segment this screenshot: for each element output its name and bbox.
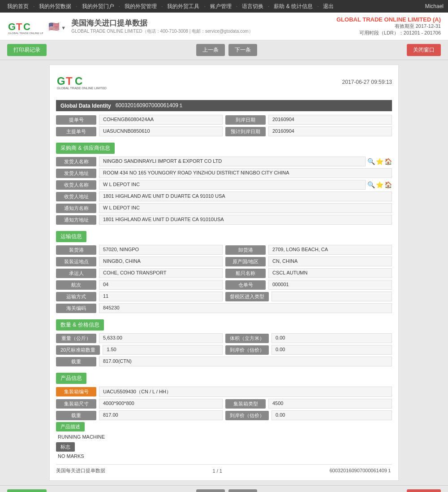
nav-data[interactable]: 我的外贸数据 [36, 3, 74, 10]
bottom-toolbar: 打印易记录 上一条 下一条 关闭窗口 [0, 485, 448, 492]
container20-row: 20尺标准箱数量 1.50 到岸价（估价） 0.00 [56, 345, 392, 355]
loading-place-row: 装装运地点 NINGBO, CHINA 原产国/地区 CN, CHINA [56, 257, 392, 266]
svg-text:C: C [75, 75, 82, 87]
sender-icons: 🔍 ⭐ 🏠 [366, 158, 392, 165]
page-subtitle: GLOBAL TRADE ONLINE LIMITED（电话：400-710-3… [71, 28, 253, 35]
receiver-search-icon[interactable]: 🔍 [367, 181, 375, 188]
close-button-top[interactable]: 关闭窗口 [407, 44, 441, 56]
qty-price-title: 数量 & 价格信息 [56, 319, 104, 331]
header-right: GLOBAL TRADE ONLINE LIMITED (A) 有效期至 201… [336, 16, 441, 36]
trade-zone-field: 督税区进入类型 [225, 292, 392, 301]
footer-right: 600320160907000061409１ [330, 467, 392, 474]
transport-mode-value: 11 [99, 292, 223, 301]
buyer-supplier-title: 采购商 & 供应商信息 [56, 143, 115, 154]
weight-row: 重量（公斤） 5,633.00 体积（立方米） 0.00 [56, 333, 392, 343]
transport-mode-field: 运输方式 11 [56, 292, 223, 301]
transport-mode-label: 运输方式 [56, 292, 96, 301]
container-no-row: 集装箱编号 UACU5509430（CN / L / HH） [56, 387, 392, 397]
notify-name-value: W L DEPOT INC [99, 203, 392, 213]
container20-label: 20尺标准箱数量 [56, 345, 100, 355]
master-bill-label: 主提单号 [56, 127, 96, 136]
next-button-bottom[interactable]: 下一条 [228, 489, 257, 492]
receiver-name-value: W L DEPOT INC [99, 180, 366, 190]
origin-country-label: 原产国/地区 [225, 257, 266, 266]
marks-row: 标志 NO MARKS [56, 442, 392, 460]
container20-field: 20尺标准箱数量 1.50 [56, 345, 223, 355]
close-button-bottom[interactable]: 关闭窗口 [407, 489, 441, 492]
next-button-top[interactable]: 下一条 [228, 44, 257, 56]
prev-button-bottom[interactable]: 上一条 [196, 489, 225, 492]
sender-addr-value: ROOM 434 NO 165 YOUNGORY ROAD YINZHOU DI… [99, 168, 392, 178]
footer-center: 1 / 1 [213, 468, 222, 474]
nav-portal[interactable]: 我的外贸门户 [79, 3, 117, 10]
container-size-row: 集装箱尺寸 4000*900*800 集装箱类型 4500 [56, 399, 392, 409]
record-content: G T C GLOBAL TRADE ONLINE LIMITED 2017-0… [49, 65, 399, 481]
nav-account[interactable]: 账户管理 [207, 3, 234, 10]
svg-text:T: T [16, 21, 22, 32]
volume-label: 体积（立方米） [225, 334, 269, 343]
sender-addr-row: 发货人地址 ROOM 434 NO 165 YOUNGORY ROAD YINZ… [56, 168, 392, 178]
quantity-value: 817.00(CTN) [99, 357, 392, 366]
print-button-bottom[interactable]: 打印易记录 [7, 489, 47, 492]
volume-field: 体积（立方米） 0.00 [225, 333, 392, 343]
origin-country-value: CN, CHINA [268, 257, 392, 266]
sender-search-icon[interactable]: 🔍 [367, 158, 375, 165]
sender-home-icon[interactable]: 🏠 [384, 158, 392, 165]
page-header: G T C GLOBAL TRADE ONLINE LIMITED 🇺🇸 ▼ 美… [0, 13, 448, 40]
transport-title: 运输信息 [56, 231, 86, 242]
record-logo: G T C GLOBAL TRADE ONLINE LIMITED [56, 71, 110, 93]
marks-label: 标志 [56, 442, 75, 452]
sender-name-label: 发货人名称 [56, 157, 96, 166]
unloading-port-field: 卸货港 2709, LONG BEACH, CA [225, 245, 392, 255]
loading-port-value: 57020, NINGPO [99, 245, 223, 255]
svg-text:GLOBAL TRADE ONLINE LIMITED: GLOBAL TRADE ONLINE LIMITED [8, 32, 43, 35]
carrier-field: 承运人 COHE, COHO TRANSPORT [56, 268, 223, 278]
arrival-price-label: 到岸价（估价） [225, 345, 269, 355]
voyage-label: 航次 [56, 280, 96, 290]
nav-language[interactable]: 语言切换 [239, 3, 266, 10]
product-qty-field: 载重 817.00 [56, 410, 223, 420]
user-name: Michael [425, 3, 444, 9]
arrival-price-field: 到岸价（估价） 0.00 [225, 345, 392, 355]
sender-addr-label: 发货人地址 [56, 169, 96, 178]
volume-value: 0.00 [271, 333, 392, 343]
buyer-supplier-section-header: 采购商 & 供应商信息 [56, 138, 392, 157]
container-size-field: 集装箱尺寸 4000*900*800 [56, 399, 223, 409]
trade-zone-value [271, 292, 392, 301]
quantity-label: 载重 [56, 357, 96, 366]
product-arrival-price-label: 到岸价（估价） [225, 411, 269, 420]
notify-addr-value: 1801 HIGHLAND AVE UNIT D DUARTE CA 91010… [99, 215, 392, 225]
nav-tools[interactable]: 我的外贸工具 [164, 3, 202, 10]
receiver-icons: 🔍 ⭐ 🏠 [366, 181, 392, 188]
receiver-addr-label: 收货人地址 [56, 192, 96, 201]
voyage-row: 航次 04 仓单号 000001 [56, 280, 392, 290]
print-button-top[interactable]: 打印易记录 [7, 44, 47, 56]
weight-value: 5,633.00 [99, 333, 223, 343]
nav-stats[interactable]: 薪助 & 统计信息 [271, 3, 315, 10]
master-bill-row: 主提单号 UASUCNNB0850610 预计到岸日期 20160904 [56, 126, 392, 136]
receiver-star-icon[interactable]: ⭐ [376, 181, 383, 188]
us-flag-icon: 🇺🇸 [48, 22, 60, 31]
bill-no-field: 提单号 COHENGB6080424AA [56, 115, 223, 125]
nav-manage[interactable]: 我的外贸管理 [122, 3, 159, 10]
top-toolbar: 打印易记录 上一条 下一条 关闭窗口 [0, 40, 448, 60]
transport-mode-row: 运输方式 11 督税区进入类型 [56, 292, 392, 301]
container-size-value: 4000*900*800 [99, 399, 223, 409]
product-desc-row: 产品描述 RUNNING MACHINE [56, 422, 392, 440]
weight-field: 重量（公斤） 5,633.00 [56, 333, 223, 343]
loading-port-row: 装货港 57020, NINGPO 卸货港 2709, LONG BEACH, … [56, 245, 392, 255]
product-qty-value: 817.00 [99, 410, 223, 420]
warehouse-no-label: 仓单号 [225, 280, 266, 290]
arrival-date-value: 20160904 [268, 115, 392, 125]
loading-place-value: NINGBO, CHINA [99, 257, 223, 266]
nav-home[interactable]: 我的首页 [4, 3, 31, 10]
sender-star-icon[interactable]: ⭐ [376, 158, 383, 165]
origin-country-field: 原产国/地区 CN, CHINA [225, 257, 392, 266]
prev-button-top[interactable]: 上一条 [196, 44, 225, 56]
estimated-date-field: 预计到岸日期 20160904 [225, 126, 392, 136]
product-desc-value: RUNNING MACHINE [56, 433, 392, 440]
receiver-addr-value: 1801 HIGHLAND AVE UNIT D DUARTE CA 91010… [99, 192, 392, 201]
receiver-home-icon[interactable]: 🏠 [384, 181, 392, 188]
nav-logout[interactable]: 退出 [320, 3, 336, 10]
carrier-label: 承运人 [56, 269, 96, 278]
